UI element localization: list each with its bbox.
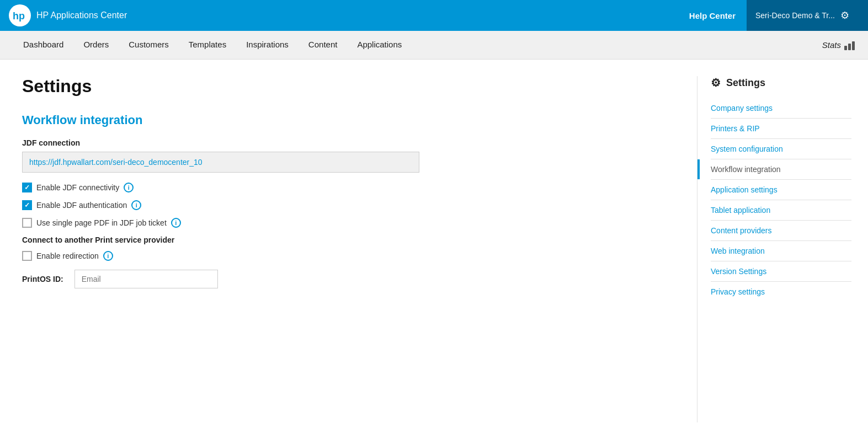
sidebar-item-label-content-providers: Content providers — [711, 226, 772, 235]
connect-section: Connect to another Print service provide… — [22, 235, 675, 261]
hp-logo: hp — [9, 4, 31, 26]
sidebar-item-label-tablet-application: Tablet application — [711, 206, 770, 215]
sidebar-item-label-printers-rip: Printers & RIP — [711, 124, 760, 133]
bar1 — [844, 46, 847, 50]
info-icon-jdf-authentication[interactable]: i — [131, 200, 141, 210]
info-icon-jdf-connectivity[interactable]: i — [124, 183, 134, 192]
email-input[interactable] — [74, 270, 218, 288]
sidebar-item-printers-rip[interactable]: Printers & RIP — [711, 119, 851, 139]
help-center-link[interactable]: Help Center — [678, 11, 747, 20]
settings-gear-icon[interactable]: ⚙ — [840, 9, 849, 22]
checkbox-single-page[interactable] — [22, 218, 32, 228]
redirection-label: Enable redirection — [36, 251, 99, 260]
user-section: Seri-Deco Demo & Tr... ⚙ — [747, 0, 868, 31]
header-right: Help Center Seri-Deco Demo & Tr... ⚙ — [678, 0, 868, 31]
jdf-authentication-label: Enable JDF authentication — [36, 201, 127, 210]
nav-item-templates[interactable]: Templates — [179, 31, 236, 60]
nav-item-inspirations[interactable]: Inspirations — [236, 31, 299, 60]
checkbox-row-redirection: Enable redirection i — [22, 251, 675, 261]
checkbox-jdf-authentication[interactable]: ✓ — [22, 200, 32, 210]
checkbox-row-single-page: Use single page PDF in JDF job ticket i — [22, 218, 675, 228]
nav-item-orders[interactable]: Orders — [73, 31, 119, 60]
user-name: Seri-Deco Demo & Tr... — [755, 11, 835, 20]
stats-label: Stats — [822, 40, 841, 50]
checkbox-row-jdf-authentication: ✓ Enable JDF authentication i — [22, 200, 675, 210]
nav-item-dashboard[interactable]: Dashboard — [13, 31, 73, 60]
nav-stats[interactable]: Stats — [822, 40, 855, 50]
jdf-connection-label: JDF connection — [22, 138, 675, 147]
svg-text:hp: hp — [13, 10, 25, 22]
stats-bars-icon — [844, 40, 855, 50]
bar2 — [848, 44, 851, 50]
sidebar-item-company-settings[interactable]: Company settings — [711, 98, 851, 119]
printOS-label: PrintOS ID: — [22, 275, 63, 283]
sidebar-item-privacy-settings[interactable]: Privacy settings — [711, 282, 851, 302]
nav-items: Dashboard Orders Customers Templates Ins… — [13, 31, 855, 60]
sidebar: ⚙ Settings Company settings Printers & R… — [697, 76, 851, 422]
section-title: Workflow integration — [22, 113, 675, 127]
sidebar-item-label-privacy-settings: Privacy settings — [711, 287, 765, 296]
checkbox-redirection[interactable] — [22, 251, 32, 261]
nav-item-applications[interactable]: Applications — [347, 31, 412, 60]
nav-item-customers[interactable]: Customers — [119, 31, 179, 60]
sidebar-item-web-integration[interactable]: Web integration — [711, 241, 851, 261]
nav-item-content[interactable]: Content — [299, 31, 348, 60]
info-icon-redirection[interactable]: i — [103, 251, 113, 261]
content-area: Settings Workflow integration JDF connec… — [22, 76, 697, 422]
check-mark: ✓ — [24, 184, 30, 191]
app-title: HP Applications Center — [36, 10, 127, 20]
nav-bar: Dashboard Orders Customers Templates Ins… — [0, 31, 868, 60]
sidebar-item-label-system-configuration: System configuration — [711, 144, 783, 153]
main-content: Settings Workflow integration JDF connec… — [0, 60, 868, 439]
check-mark-2: ✓ — [24, 201, 30, 209]
sidebar-gear-icon: ⚙ — [711, 76, 721, 89]
bar3 — [852, 41, 855, 50]
sidebar-item-label-application-settings: Application settings — [711, 185, 778, 194]
sidebar-item-version-settings[interactable]: Version Settings — [711, 261, 851, 282]
sidebar-item-label-web-integration: Web integration — [711, 247, 765, 255]
jdf-url-input[interactable] — [22, 152, 419, 173]
sidebar-item-application-settings[interactable]: Application settings — [711, 180, 851, 200]
connect-label: Connect to another Print service provide… — [22, 235, 675, 244]
sidebar-item-workflow-integration[interactable]: Workflow integration — [711, 159, 851, 180]
top-header: hp HP Applications Center Help Center Se… — [0, 0, 868, 31]
jdf-connectivity-label: Enable JDF connectivity — [36, 183, 119, 192]
sidebar-item-system-configuration[interactable]: System configuration — [711, 139, 851, 159]
checkbox-row-jdf-connectivity: ✓ Enable JDF connectivity i — [22, 183, 675, 192]
sidebar-title: Settings — [726, 77, 765, 89]
info-icon-single-page[interactable]: i — [171, 218, 181, 228]
sidebar-item-content-providers[interactable]: Content providers — [711, 221, 851, 241]
sidebar-item-tablet-application[interactable]: Tablet application — [711, 200, 851, 221]
sidebar-item-label-version-settings: Version Settings — [711, 267, 766, 276]
printOS-row: PrintOS ID: — [22, 270, 675, 288]
sidebar-item-label-workflow-integration: Workflow integration — [711, 165, 781, 174]
checkbox-jdf-connectivity[interactable]: ✓ — [22, 183, 32, 192]
header-left: hp HP Applications Center — [9, 4, 127, 26]
single-page-label: Use single page PDF in JDF job ticket — [36, 218, 167, 227]
sidebar-header: ⚙ Settings — [711, 76, 851, 89]
page-title: Settings — [22, 76, 675, 97]
sidebar-item-label-company-settings: Company settings — [711, 104, 773, 113]
